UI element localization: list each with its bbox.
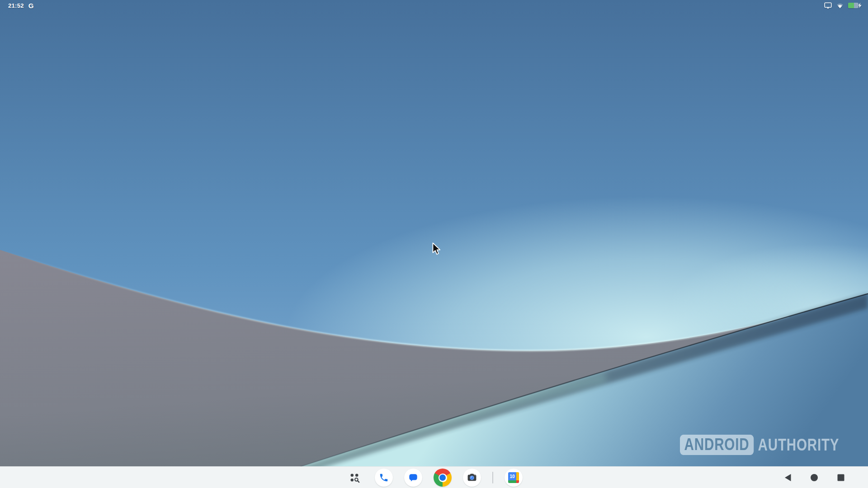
mouse-cursor bbox=[432, 243, 443, 258]
taskbar-app-row: 10 bbox=[345, 467, 523, 488]
phone-icon bbox=[379, 473, 389, 483]
recents-button[interactable] bbox=[832, 469, 850, 487]
taskbar: 10 bbox=[0, 466, 868, 488]
clock: 21:52 bbox=[8, 2, 24, 9]
home-icon bbox=[810, 474, 818, 482]
google-g-icon: G bbox=[28, 2, 34, 9]
watermark-android-box: ANDROID bbox=[680, 435, 754, 455]
status-right-cluster[interactable] bbox=[824, 2, 862, 9]
calendar-icon-yellow-bar bbox=[516, 472, 519, 480]
calendar-app-button[interactable]: 10 bbox=[505, 469, 523, 487]
battery-icon bbox=[848, 2, 862, 9]
battery-fill bbox=[848, 3, 854, 8]
status-bar: 21:52 G bbox=[0, 0, 868, 11]
navigation-buttons bbox=[778, 467, 850, 488]
taskbar-separator bbox=[492, 472, 493, 483]
messages-app-button[interactable] bbox=[404, 469, 422, 487]
calendar-icon-red-corner bbox=[516, 480, 519, 483]
recents-icon bbox=[837, 474, 844, 481]
app-drawer-button[interactable] bbox=[345, 469, 363, 487]
phone-app-button[interactable] bbox=[375, 469, 393, 487]
watermark: ANDROID AUTHORITY bbox=[680, 435, 839, 455]
status-left-cluster[interactable]: 21:52 G bbox=[8, 2, 33, 9]
external-display-icon bbox=[824, 2, 832, 9]
calendar-icon-green-bar bbox=[508, 480, 516, 483]
android-desktop: 21:52 G bbox=[0, 0, 868, 488]
wifi-icon bbox=[836, 2, 844, 9]
back-icon bbox=[784, 474, 792, 482]
watermark-android-text: ANDROID bbox=[684, 435, 750, 454]
charging-bolt-icon bbox=[857, 2, 863, 9]
calendar-day-number: 10 bbox=[508, 472, 516, 480]
app-drawer-icon bbox=[349, 472, 360, 483]
camera-icon bbox=[467, 472, 477, 483]
messages-icon bbox=[408, 473, 418, 483]
chrome-app-button[interactable] bbox=[434, 469, 452, 487]
calendar-icon: 10 bbox=[508, 472, 519, 483]
home-button[interactable] bbox=[805, 469, 823, 487]
watermark-authority-text: AUTHORITY bbox=[758, 436, 840, 453]
back-button[interactable] bbox=[778, 469, 797, 487]
chrome-icon bbox=[434, 469, 452, 487]
camera-app-button[interactable] bbox=[463, 469, 481, 487]
